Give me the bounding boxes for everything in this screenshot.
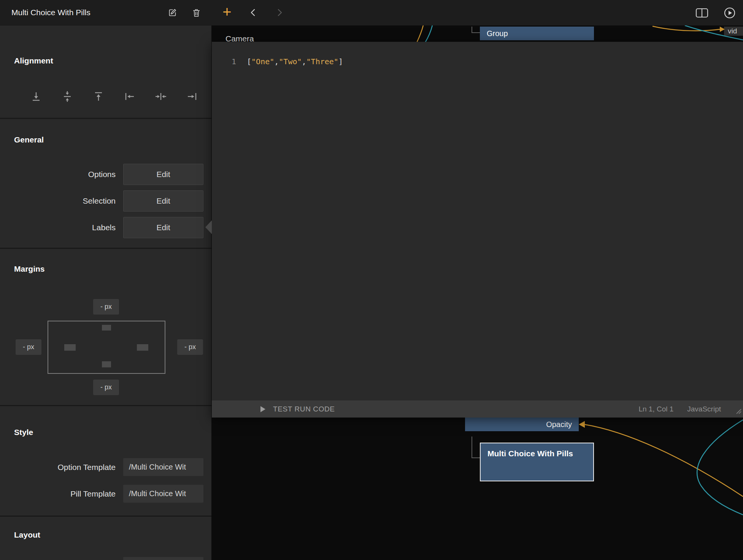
options-edit-button[interactable]: Edit	[123, 164, 203, 185]
margin-top-handle	[102, 325, 111, 331]
margin-bottom-handle	[102, 361, 111, 367]
code-line[interactable]: 1 ["One","Two","Three"]	[212, 57, 343, 66]
test-run-code-button[interactable]: TEST RUN CODE	[273, 405, 335, 413]
align-vertical-center-icon[interactable]	[61, 90, 73, 103]
run-prototype-icon[interactable]	[724, 7, 736, 21]
selection-edit-button[interactable]: Edit	[123, 190, 203, 212]
section-divider	[0, 405, 211, 406]
selection-label: Selection	[0, 190, 116, 212]
code-token: "Two"	[279, 57, 302, 66]
app-root: Multi Choice With Pills Alignment	[0, 0, 743, 560]
margin-left-button[interactable]: - px	[16, 339, 41, 355]
canvas-toolbar: +	[211, 0, 743, 25]
add-patch-button[interactable]: +	[220, 0, 234, 25]
opacity-patch[interactable]: Opacity	[465, 418, 579, 431]
general-section-title: General	[14, 135, 44, 144]
test-run-play-icon[interactable]	[260, 406, 266, 413]
editor-footer: TEST RUN CODE Ln 1, Col 1 JavaScript	[212, 400, 743, 418]
wire-to-video	[653, 26, 720, 31]
multi-choice-patch-selected[interactable]: Multi Choice With Pills	[480, 443, 594, 481]
align-horizontal-center-icon[interactable]	[155, 90, 167, 103]
edit-patch-icon[interactable]	[167, 8, 178, 18]
alignment-buttons	[30, 90, 198, 103]
split-view-icon[interactable]	[695, 8, 708, 19]
layout-field-partial[interactable]	[123, 557, 203, 560]
align-bottom-icon[interactable]	[30, 90, 42, 103]
pill-template-field[interactable]: /Multi Choice Wit	[123, 485, 203, 503]
labels-edit-button[interactable]: Edit	[123, 217, 203, 238]
code-token: "Three"	[306, 57, 338, 66]
align-right-icon[interactable]	[186, 90, 198, 103]
group-port-connector	[472, 27, 480, 33]
code-token: ,	[302, 57, 306, 66]
header-actions	[167, 0, 202, 25]
alignment-section-title: Alignment	[14, 56, 53, 65]
opacity-port-connector	[472, 437, 480, 458]
option-template-field[interactable]: /Multi Choice Wit	[123, 458, 203, 476]
margin-right-button[interactable]: - px	[177, 339, 203, 355]
video-patch[interactable]: vid	[724, 27, 743, 36]
labels-label: Labels	[0, 217, 116, 238]
margin-bottom-button[interactable]: - px	[93, 380, 119, 395]
code-text[interactable]: ["One","Two","Three"]	[241, 57, 343, 66]
margin-right-handle	[137, 344, 148, 351]
labels-row: Labels Edit	[0, 217, 211, 238]
section-divider	[0, 248, 211, 249]
code-editor-popout: 1 ["One","Two","Three"] TEST RUN CODE Ln…	[212, 42, 743, 418]
group-patch[interactable]: Group	[480, 27, 594, 40]
pill-template-label: Pill Template	[0, 485, 116, 503]
popout-anchor-arrow	[205, 220, 212, 234]
option-template-label: Option Template	[0, 458, 116, 476]
resize-grip[interactable]	[735, 408, 741, 416]
line-number: 1	[212, 57, 241, 66]
margins-section-title: Margins	[14, 264, 45, 274]
section-divider	[0, 516, 211, 517]
cursor-position: Ln 1, Col 1	[638, 405, 673, 413]
inspector-panel: Multi Choice With Pills Alignment	[0, 0, 211, 560]
margins-preview-box	[48, 321, 165, 374]
align-top-icon[interactable]	[92, 90, 105, 103]
wire-to-opacity	[584, 424, 743, 497]
options-label: Options	[0, 164, 116, 185]
code-token: ,	[274, 57, 279, 66]
align-left-icon[interactable]	[124, 90, 136, 103]
layout-section-title: Layout	[14, 530, 40, 539]
trash-icon[interactable]	[191, 8, 202, 18]
editor-status: Ln 1, Col 1 JavaScript	[638, 405, 743, 413]
style-section-title: Style	[14, 428, 33, 437]
back-icon[interactable]	[248, 7, 259, 19]
inspector-header: Multi Choice With Pills	[0, 0, 211, 25]
margin-left-handle	[64, 344, 76, 351]
code-token: ]	[338, 57, 343, 66]
margin-top-button[interactable]: - px	[93, 299, 119, 315]
options-row: Options Edit	[0, 164, 211, 185]
language-label: JavaScript	[687, 405, 721, 413]
code-token: [	[247, 57, 251, 66]
code-token: "One"	[251, 57, 274, 66]
panel-title: Multi Choice With Pills	[11, 8, 90, 17]
selection-row: Selection Edit	[0, 190, 211, 212]
wire-arrowhead	[579, 421, 585, 428]
section-divider	[0, 118, 211, 119]
forward-icon[interactable]	[274, 7, 285, 19]
